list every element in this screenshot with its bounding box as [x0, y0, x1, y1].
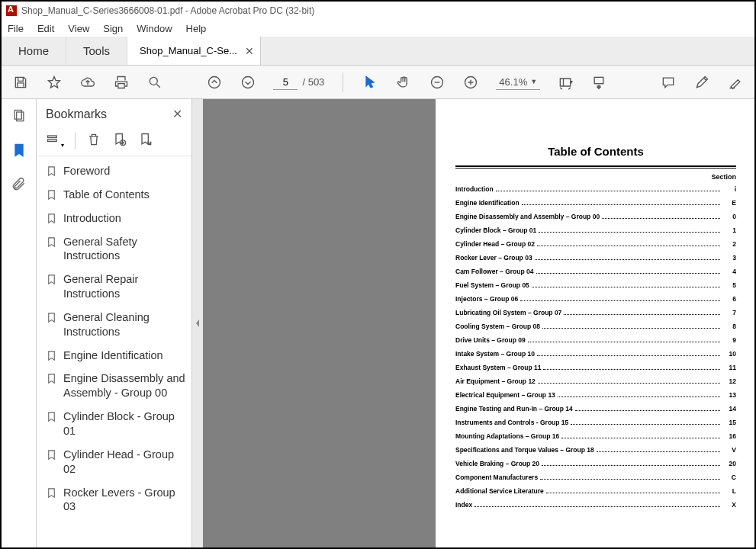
toc-row: Engine IdentificationE: [455, 199, 736, 207]
bookmark-item[interactable]: Table of Contents: [43, 183, 190, 207]
zoom-value: 46.1%: [499, 76, 527, 88]
hand-icon[interactable]: [395, 74, 412, 91]
toc-entry-section: 12: [722, 377, 736, 385]
bookmark-item[interactable]: Engine Identification: [43, 344, 190, 368]
close-icon[interactable]: ✕: [245, 45, 254, 57]
search-icon[interactable]: [146, 74, 163, 91]
bookmark-item[interactable]: Introduction: [43, 207, 190, 230]
toc-entry-section: 13: [722, 391, 736, 399]
toc-row: Engine Disassembly and Assembly – Group …: [455, 213, 736, 220]
toc-entry-name: Vehicle Braking – Group 20: [455, 460, 539, 467]
toc-entry-section: 10: [722, 350, 736, 358]
toc-entry-name: Lubricating Oil System – Group 07: [455, 309, 561, 316]
page-down-icon[interactable]: [240, 74, 256, 91]
zoom-out-icon[interactable]: [429, 74, 446, 91]
zoom-in-icon[interactable]: [462, 74, 479, 91]
toc-entry-section: 1: [722, 226, 736, 234]
bookmark-icon[interactable]: [11, 143, 27, 160]
toc-entry-name: Index: [455, 501, 472, 509]
toc-entry-name: Engine Disassembly and Assembly – Group …: [455, 213, 600, 220]
toc-entry-section: 0: [722, 213, 736, 220]
toc-entry-name: Electrical Equipment – Group 13: [455, 391, 555, 399]
window-titlebar: Shop_Manual_C-Series3666008-01.pdf - Ado…: [2, 2, 754, 20]
svg-point-2: [243, 76, 254, 88]
bookmark-item[interactable]: Cylinder Block - Group 01: [43, 405, 190, 443]
toc-row: Drive Units – Group 099: [455, 336, 736, 344]
bookmark-item[interactable]: General Cleaning Instructions: [43, 306, 190, 344]
pencil-icon[interactable]: [693, 74, 710, 91]
toc-row: Introductioni: [455, 185, 736, 193]
bookmark-item[interactable]: Rocker Levers - Group 03: [43, 481, 190, 519]
bookmarks-panel: Bookmarks ✕ ▾ ForewordTable of ContentsI…: [37, 99, 192, 547]
page-current-input[interactable]: [273, 75, 298, 90]
highlight-icon[interactable]: [727, 74, 744, 91]
toc-entry-name: Engine Identification: [455, 199, 520, 207]
delete-icon[interactable]: [86, 132, 101, 149]
bookmark-item[interactable]: Foreword: [43, 159, 190, 183]
bookmark-item[interactable]: General Repair Instructions: [43, 268, 190, 306]
thumbnails-icon[interactable]: [11, 108, 27, 126]
bookmarks-list[interactable]: ForewordTable of ContentsIntroductionGen…: [37, 156, 191, 547]
toc-row: Component ManufacturersC: [455, 474, 736, 481]
expand-bookmark-icon[interactable]: [138, 132, 153, 149]
menu-window[interactable]: Window: [137, 23, 172, 34]
toc-entry-section: 5: [722, 281, 736, 289]
attachment-icon[interactable]: [11, 177, 27, 194]
scroll-mode-icon[interactable]: [590, 74, 607, 91]
new-bookmark-icon[interactable]: [112, 132, 127, 149]
star-icon[interactable]: [46, 74, 63, 91]
main-area: Bookmarks ✕ ▾ ForewordTable of ContentsI…: [2, 99, 754, 547]
toc-row: Fuel System – Group 055: [455, 281, 736, 289]
toc-section-header: Section: [455, 173, 736, 181]
tab-document[interactable]: Shop_Manual_C-Se... ✕: [127, 37, 261, 65]
bookmark-label: Engine Identification: [63, 348, 163, 363]
menu-edit[interactable]: Edit: [37, 23, 54, 34]
panel-title: Bookmarks: [46, 108, 107, 121]
close-panel-icon[interactable]: ✕: [172, 107, 182, 121]
toc-entry-name: Specifications and Torque Values – Group…: [455, 446, 594, 454]
bookmark-item[interactable]: Cylinder Head - Group 02: [43, 443, 190, 481]
page-up-icon[interactable]: [206, 74, 223, 91]
bookmark-label: Cylinder Block - Group 01: [63, 409, 187, 438]
toc-entry-section: 15: [722, 419, 736, 426]
document-viewport[interactable]: Table of Contents Section IntroductioniE…: [203, 99, 754, 547]
toc-entry-section: i: [722, 185, 736, 193]
svg-rect-6: [14, 111, 21, 120]
menu-file[interactable]: File: [8, 23, 24, 34]
print-icon[interactable]: [113, 74, 130, 91]
svg-point-0: [150, 77, 157, 85]
menu-help[interactable]: Help: [186, 23, 207, 34]
toc-row: IndexX: [455, 501, 736, 509]
bookmark-item[interactable]: Engine Disassembly and Assembly - Group …: [43, 367, 190, 405]
toc-row: Exhaust System – Group 1111: [455, 364, 736, 371]
window-title: Shop_Manual_C-Series3666008-01.pdf - Ado…: [21, 5, 314, 16]
toc-row: Specifications and Torque Values – Group…: [455, 446, 736, 454]
save-icon[interactable]: [12, 74, 29, 91]
bookmark-item[interactable]: General Safety Instructions: [43, 230, 190, 268]
toc-entry-section: 8: [722, 323, 736, 330]
toc-entry-section: 20: [722, 460, 736, 467]
menu-view[interactable]: View: [68, 23, 89, 34]
toc-entry-section: 16: [722, 432, 736, 440]
collapse-handle[interactable]: [192, 99, 203, 547]
toc-entry-section: 9: [722, 336, 736, 344]
menu-sign[interactable]: Sign: [103, 23, 123, 34]
comment-icon[interactable]: [660, 74, 677, 91]
pointer-icon[interactable]: [362, 74, 378, 91]
bookmark-label: General Cleaning Instructions: [63, 310, 187, 339]
tab-home[interactable]: Home: [2, 37, 66, 65]
toc-entry-section: X: [722, 501, 736, 509]
toc-entry-name: Air Equipment – Group 12: [455, 377, 536, 385]
toc-row: Air Equipment – Group 1212: [455, 377, 736, 385]
toc-entry-section: 11: [722, 364, 736, 371]
fit-width-icon[interactable]: ▾: [557, 74, 574, 91]
panel-tools: ▾: [37, 129, 191, 156]
app-icon: [6, 5, 17, 16]
options-icon[interactable]: ▾: [46, 132, 64, 149]
zoom-level[interactable]: 46.1% ▼: [496, 75, 540, 90]
toc-entry-name: Additional Service Literature: [455, 487, 544, 495]
toc-entry-name: Introduction: [455, 185, 494, 193]
tab-tools[interactable]: Tools: [66, 37, 127, 65]
cloud-upload-icon[interactable]: [79, 74, 96, 91]
toc-entry-name: Injectors – Group 06: [455, 295, 518, 303]
